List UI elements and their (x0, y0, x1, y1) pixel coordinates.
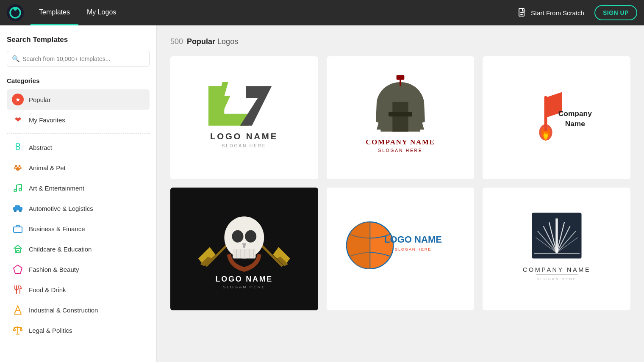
svg-point-17 (19, 210, 22, 212)
sidebar-item-automotive[interactable]: Automotive & Logistics (7, 198, 150, 218)
categories-title: Categories (7, 77, 150, 84)
car-icon (12, 202, 24, 214)
svg-point-2 (14, 7, 17, 11)
svg-rect-15 (15, 205, 20, 208)
search-icon: 🔍 (12, 55, 20, 63)
main-content: 500 Popular Logos LOGO NAME SLOGAN HERE (157, 25, 644, 362)
svg-point-7 (15, 165, 17, 167)
svg-rect-18 (14, 227, 22, 232)
my-favorites-label: My Favorites (29, 116, 65, 124)
content-label-bold: Popular (187, 37, 215, 46)
svg-text:Company: Company (558, 109, 592, 118)
sidebar-item-popular[interactable]: ★ Popular (7, 89, 150, 110)
legal-label: Legal & Politics (29, 327, 72, 334)
construction-icon (12, 304, 24, 316)
content-label-rest: Logos (217, 37, 238, 46)
sidebar-item-legal[interactable]: Legal & Politics (7, 320, 150, 340)
svg-point-13 (19, 188, 22, 191)
sidebar: Search Templates 🔍 Categories ★ Popular … (0, 25, 157, 362)
svg-point-12 (14, 189, 17, 192)
svg-point-11 (20, 167, 22, 169)
house-icon (12, 243, 24, 255)
scale-icon (12, 324, 24, 336)
svg-text:SLOGAN HERE: SLOGAN HERE (536, 277, 577, 281)
result-count: 500 (170, 37, 183, 46)
svg-rect-34 (389, 112, 412, 116)
svg-text:Name: Name (565, 119, 585, 128)
svg-point-52 (245, 230, 256, 243)
food-icon (12, 284, 24, 296)
sidebar-item-animal-pet[interactable]: Animal & Pet (7, 158, 150, 178)
paw-icon (12, 162, 24, 174)
svg-rect-20 (17, 251, 19, 253)
svg-point-0 (7, 4, 24, 21)
automotive-label: Automotive & Logistics (29, 205, 93, 212)
svg-point-51 (232, 230, 243, 243)
main-layout: Search Templates 🔍 Categories ★ Popular … (0, 25, 644, 362)
logo-card-6[interactable]: COMPANY NAME SLOGAN HERE (483, 188, 630, 310)
logos-grid: LOGO NAME SLOGAN HERE (170, 56, 630, 310)
svg-point-10 (14, 167, 16, 169)
start-from-scratch-button[interactable]: Start From Scratch (511, 4, 591, 21)
svg-point-9 (16, 167, 20, 171)
svg-text:LOGO NAME: LOGO NAME (384, 234, 442, 245)
food-label: Food & Drink (29, 286, 66, 293)
divider (7, 133, 150, 134)
logo[interactable] (7, 4, 24, 21)
childcare-label: Childcare & Education (29, 246, 92, 253)
industrial-label: Industrial & Construction (29, 307, 98, 314)
svg-marker-29 (208, 86, 248, 125)
svg-text:LOGO NAME: LOGO NAME (216, 275, 273, 283)
abstract-label: Abstract (29, 144, 52, 151)
svg-text:LOGO NAME: LOGO NAME (210, 131, 278, 141)
briefcase-icon (12, 223, 24, 235)
art-entertainment-label: Art & Entertainment (29, 185, 84, 192)
sidebar-item-childcare[interactable]: Childcare & Education (7, 239, 150, 259)
business-finance-label: Business & Finance (29, 225, 85, 232)
sidebar-item-abstract[interactable]: Abstract (7, 137, 150, 158)
svg-text:SLOGAN HERE: SLOGAN HERE (223, 285, 266, 289)
start-from-scratch-label: Start From Scratch (531, 9, 584, 17)
popular-icon: ★ (12, 94, 24, 105)
document-icon (517, 8, 527, 18)
svg-marker-24 (14, 306, 21, 314)
search-title: Search Templates (7, 36, 150, 44)
search-input[interactable] (7, 51, 150, 67)
abstract-icon (12, 141, 24, 153)
logo-card-5[interactable]: LOGO NAME SLOGAN HERE (327, 188, 475, 310)
svg-text:COMPANY NAME: COMPANY NAME (523, 266, 591, 273)
content-header: 500 Popular Logos (170, 37, 630, 46)
sidebar-item-art-entertainment[interactable]: Art & Entertainment (7, 178, 150, 198)
diamond-icon (12, 263, 24, 275)
sidebar-item-food[interactable]: Food & Drink (7, 279, 150, 300)
nav-my-logos[interactable]: My Logos (78, 0, 125, 25)
svg-rect-36 (397, 75, 405, 80)
svg-marker-21 (14, 265, 22, 274)
svg-point-6 (16, 146, 19, 150)
sidebar-item-business-finance[interactable]: Business & Finance (7, 218, 150, 239)
svg-text:SLOGAN HERE: SLOGAN HERE (222, 144, 266, 148)
heart-icon: ❤ (12, 114, 24, 126)
svg-point-16 (14, 210, 17, 212)
svg-marker-30 (240, 86, 272, 125)
svg-text:SLOGAN HERE: SLOGAN HERE (378, 148, 423, 153)
nav-templates[interactable]: Templates (31, 0, 78, 25)
svg-point-8 (19, 165, 21, 167)
app-header: Templates My Logos Start From Scratch SI… (0, 0, 644, 25)
logo-card-1[interactable]: LOGO NAME SLOGAN HERE (170, 56, 318, 179)
sidebar-item-industrial[interactable]: Industrial & Construction (7, 300, 150, 320)
sidebar-item-my-favorites[interactable]: ❤ My Favorites (7, 110, 150, 130)
signup-button[interactable]: SIGN UP (594, 5, 637, 20)
logo-card-4[interactable]: LOGO NAME SLOGAN HERE (170, 188, 318, 310)
sidebar-item-fashion[interactable]: Fashion & Beauty (7, 259, 150, 279)
music-note-icon (12, 182, 24, 194)
fashion-label: Fashion & Beauty (29, 266, 79, 273)
logo-card-2[interactable]: COMPANY NAME SLOGAN HERE (327, 56, 475, 179)
main-nav: Templates My Logos (31, 0, 125, 25)
logo-card-3[interactable]: Company Name (483, 56, 630, 179)
svg-text:SLOGAN HERE: SLOGAN HERE (395, 247, 431, 251)
search-container: 🔍 (7, 51, 150, 67)
animal-pet-label: Animal & Pet (29, 164, 66, 171)
popular-label: Popular (29, 96, 51, 103)
svg-text:COMPANY NAME: COMPANY NAME (366, 138, 435, 146)
